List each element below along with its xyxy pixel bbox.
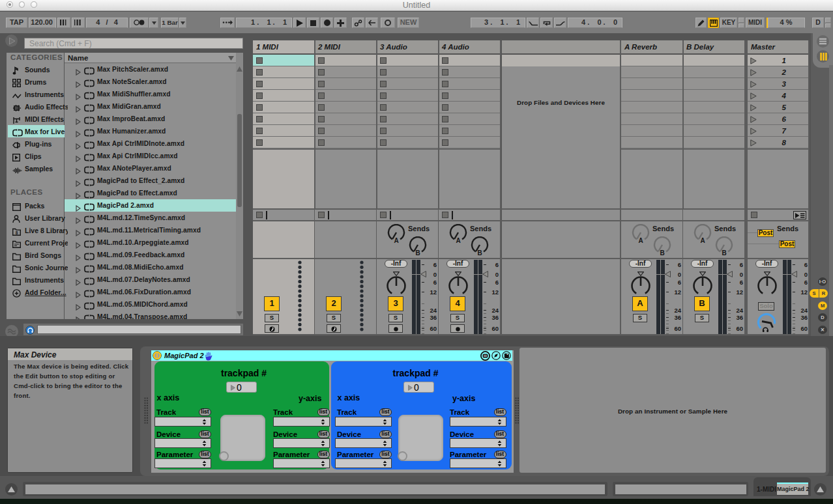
svg-text:B: B bbox=[415, 249, 420, 256]
svg-text:A: A bbox=[456, 237, 460, 244]
svg-text:B: B bbox=[722, 249, 726, 256]
svg-text:B: B bbox=[477, 249, 482, 256]
svg-text:B: B bbox=[660, 249, 664, 256]
svg-text:A: A bbox=[700, 237, 705, 244]
svg-text:8: 8 bbox=[16, 231, 18, 235]
svg-text:A: A bbox=[638, 237, 643, 244]
svg-text:A: A bbox=[394, 237, 398, 244]
